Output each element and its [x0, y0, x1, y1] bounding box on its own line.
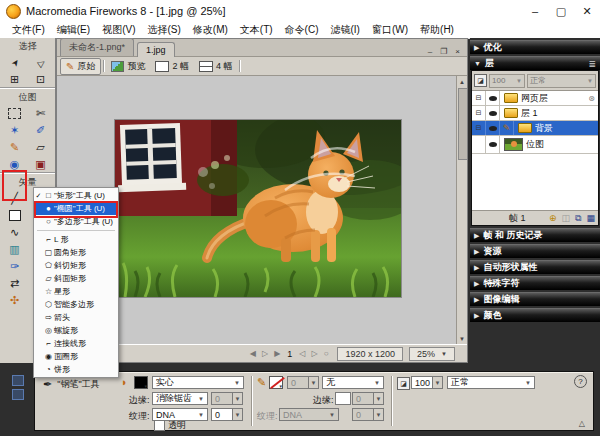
menu-arrow[interactable]: ⇨箭头: [34, 311, 118, 324]
menu-pie[interactable]: ◔饼形: [34, 363, 118, 376]
tab-current[interactable]: 1.jpg: [137, 42, 175, 57]
stroke-texture-amount[interactable]: 0: [352, 408, 374, 421]
close-button[interactable]: ✕: [574, 1, 600, 21]
expand-box-icon[interactable]: ⊟: [472, 121, 486, 135]
menu-l-shape[interactable]: ⌐L 形: [34, 233, 118, 246]
menu-text[interactable]: 文本(T): [234, 23, 279, 37]
stroke-type-select[interactable]: 无 ▼: [322, 376, 384, 389]
menu-commands[interactable]: 命令(C): [279, 23, 325, 37]
kitten-photo[interactable]: [114, 119, 402, 298]
stepper-icon[interactable]: ▼: [232, 408, 243, 421]
expand-box-icon[interactable]: ⊟: [472, 106, 486, 120]
menu-view[interactable]: 视图(V): [96, 23, 141, 37]
autoshape-properties-panel-header[interactable]: ▶ 自动形状属性: [470, 260, 600, 274]
scroll-up-icon[interactable]: ▲: [457, 76, 467, 87]
stepper-icon[interactable]: ▼: [373, 392, 384, 405]
layers-panel-header[interactable]: ▼ 层 ≣: [470, 56, 600, 70]
layer-row-1[interactable]: ⊟ 层 1: [472, 106, 598, 121]
next-frame-icon[interactable]: ▷: [308, 349, 320, 358]
doc-close-icon[interactable]: ×: [451, 47, 464, 56]
transparent-option[interactable]: 透明: [154, 419, 186, 432]
crop-tool-icon[interactable]: ⊡: [28, 71, 54, 88]
layers-blend-select[interactable]: 正常 ▼: [527, 74, 596, 88]
layer-row-background[interactable]: ⊟ ✎ 背景: [472, 121, 598, 136]
menu-file[interactable]: 文件(F): [6, 23, 51, 37]
expand-box-icon[interactable]: ⊟: [472, 91, 486, 105]
doc-minimize-icon[interactable]: –: [424, 47, 436, 56]
stepper-icon[interactable]: ▼: [373, 408, 384, 421]
menu-beveled-rectangle[interactable]: ▱斜面矩形: [34, 272, 118, 285]
menu-chamfer-rectangle[interactable]: ⬠斜切矩形: [34, 259, 118, 272]
mode-4up-button[interactable]: 4 幅: [194, 59, 238, 74]
new-bitmap-icon[interactable]: ⊕: [549, 213, 557, 223]
eyedropper-tool-icon[interactable]: ✑: [2, 258, 28, 275]
stepper-icon[interactable]: ▼: [432, 376, 443, 389]
panel-options-icon[interactable]: ≣: [588, 59, 596, 69]
stroke-edge-box[interactable]: [335, 392, 351, 405]
menu-star[interactable]: ☆星形: [34, 285, 118, 298]
visibility-eye-icon[interactable]: [486, 121, 500, 135]
tab-untitled[interactable]: 未命名-1.png*: [60, 38, 134, 56]
menu-select[interactable]: 选择(S): [141, 23, 186, 37]
mode-original-button[interactable]: ✎ 原始: [60, 58, 101, 75]
loop-icon[interactable]: ○: [321, 349, 332, 358]
fill-type-select[interactable]: 实心 ▼: [152, 376, 244, 389]
menu-doughnut[interactable]: ◉面圈形: [34, 350, 118, 363]
layers-opacity-select[interactable]: 100 ▼: [489, 74, 525, 88]
hand-tool-icon[interactable]: ✣: [2, 292, 28, 309]
visibility-eye-icon[interactable]: [486, 106, 500, 120]
visibility-eye-icon[interactable]: [486, 91, 500, 105]
checkbox-icon[interactable]: [154, 420, 165, 431]
layer-row-web[interactable]: ⊟ 网页层 ⊛: [472, 91, 598, 106]
menu-smart-polygon[interactable]: ⬡智能多边形: [34, 298, 118, 311]
stepper-icon[interactable]: ▼: [308, 376, 319, 389]
stroke-tip-size[interactable]: 0: [287, 376, 309, 389]
mode-2up-button[interactable]: 2 幅: [150, 59, 194, 74]
frames-history-panel-header[interactable]: ▶ 帧 和 历史记录: [470, 228, 600, 242]
last-frame-icon[interactable]: ▶: [271, 349, 283, 358]
assets-panel-header[interactable]: ▶ 资源: [470, 244, 600, 258]
optimize-panel-header[interactable]: ▶ 优化: [470, 40, 600, 54]
vertical-scrollbar[interactable]: ▲ ▼: [456, 76, 467, 344]
fill-edge-amount[interactable]: 0: [211, 392, 233, 405]
zoom-level-select[interactable]: 25% ▼: [409, 347, 455, 361]
image-editing-panel-header[interactable]: ▶ 图像编辑: [470, 292, 600, 306]
first-frame-icon[interactable]: ◀: [247, 349, 259, 358]
menu-rectangle-tool[interactable]: ✓ □ "矩形"工具 (U): [34, 189, 118, 202]
rubber-stamp-tool-icon[interactable]: ▣: [28, 156, 54, 173]
blur-tool-icon[interactable]: ◉: [2, 156, 28, 173]
play-icon[interactable]: ▷: [259, 349, 271, 358]
help-icon[interactable]: ?: [574, 375, 587, 388]
menu-ellipse-tool[interactable]: ● "椭圆"工具 (U): [34, 202, 118, 215]
menu-filters[interactable]: 滤镜(I): [324, 23, 365, 37]
lasso-tool-icon[interactable]: ✄: [28, 105, 54, 122]
stroke-color-swatch[interactable]: ▾: [269, 376, 283, 389]
colors-panel-header[interactable]: ▶ 颜色: [470, 308, 600, 322]
line-tool-icon[interactable]: ╱: [2, 190, 28, 207]
pencil-tool-icon[interactable]: ✎: [2, 139, 28, 156]
fill-texture-amount[interactable]: 0: [211, 408, 233, 421]
stroke-edge-amount[interactable]: 0: [352, 392, 374, 405]
stroke-texture-select[interactable]: DNA ▼: [279, 408, 339, 421]
opacity-field[interactable]: 100: [411, 376, 433, 389]
blend-mode-select[interactable]: 正常 ▼: [447, 376, 535, 389]
new-layer-icon[interactable]: ⧉: [575, 213, 581, 224]
menu-connector-line[interactable]: ⌐连接线形: [34, 337, 118, 350]
delete-layer-icon[interactable]: ▦: [586, 213, 595, 223]
magic-wand-tool-icon[interactable]: ✶: [2, 122, 28, 139]
menu-edit[interactable]: 编辑(E): [51, 23, 96, 37]
visibility-eye-icon[interactable]: [486, 136, 500, 153]
menu-modify[interactable]: 修改(M): [187, 23, 234, 37]
menu-help[interactable]: 帮助(H): [414, 23, 460, 37]
minimize-button[interactable]: –: [522, 1, 548, 21]
brush-tool-icon[interactable]: ✐: [28, 122, 54, 139]
menu-polygon-tool[interactable]: ○ "多边形"工具 (U): [34, 215, 118, 228]
scroll-down-icon[interactable]: ▼: [457, 333, 467, 344]
scrollbar-thumb[interactable]: [458, 88, 467, 160]
menu-window[interactable]: 窗口(W): [366, 23, 414, 37]
panel-collapse-icon[interactable]: △: [579, 419, 585, 428]
freeform-tool-icon[interactable]: ∿: [2, 224, 28, 241]
fill-color-swatch[interactable]: ▾: [134, 376, 148, 389]
rectangle-tool-icon[interactable]: [2, 207, 28, 224]
prev-frame-icon[interactable]: ◁: [296, 349, 308, 358]
